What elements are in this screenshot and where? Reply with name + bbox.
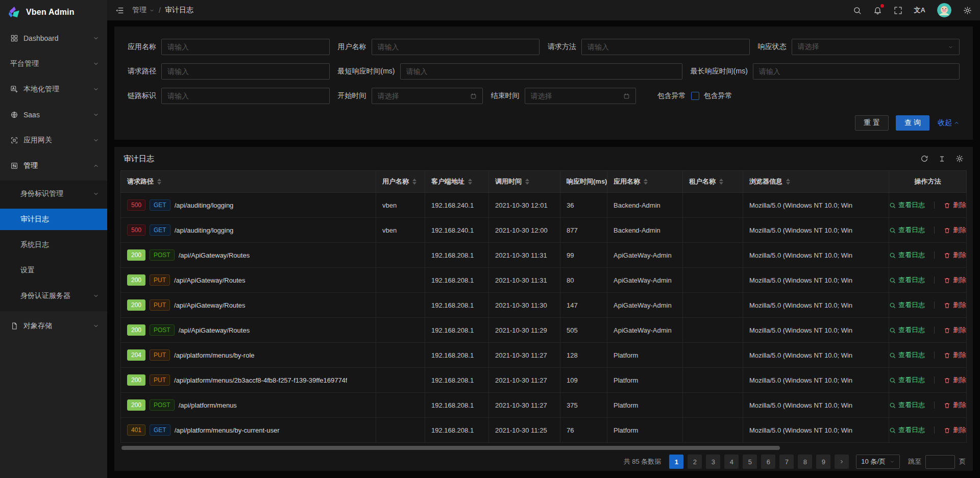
end-time-input[interactable] [531, 92, 619, 100]
page-button[interactable]: 3 [706, 455, 720, 469]
status-select[interactable]: 请选择 [792, 39, 960, 55]
view-log-link[interactable]: 查看日志 [889, 375, 925, 385]
page-button[interactable]: 9 [816, 455, 830, 469]
delete-link[interactable]: 删除 [944, 400, 966, 410]
page-button[interactable]: 8 [798, 455, 812, 469]
sidebar-item-platform-management[interactable]: 平台管理 [0, 53, 107, 74]
view-log-link[interactable]: 查看日志 [889, 400, 925, 410]
column-header[interactable]: 调用时间 [489, 171, 560, 193]
max-response-time-input[interactable] [753, 63, 960, 80]
avatar[interactable] [937, 3, 951, 17]
refresh-icon[interactable] [920, 155, 928, 163]
delete-link[interactable]: 删除 [944, 225, 966, 235]
view-log-link[interactable]: 查看日志 [889, 200, 925, 210]
query-button[interactable]: 查 询 [896, 115, 929, 131]
notification-bell-icon[interactable] [873, 6, 882, 15]
app-name-input[interactable] [161, 39, 330, 55]
sort-icon[interactable] [412, 179, 416, 185]
view-log-link[interactable]: 查看日志 [889, 350, 925, 360]
delete-link[interactable]: 删除 [944, 275, 966, 285]
row-height-icon[interactable] [938, 155, 946, 163]
column-header[interactable]: 浏览器信息 [743, 171, 889, 193]
breadcrumb-separator: / [159, 6, 161, 14]
sidebar-item-saas[interactable]: Saas [0, 104, 107, 125]
next-page-button[interactable] [835, 455, 849, 469]
delete-link[interactable]: 删除 [944, 375, 966, 385]
user-name-input[interactable] [372, 39, 540, 55]
min-response-time-input[interactable] [400, 63, 682, 80]
page-button[interactable]: 6 [761, 455, 775, 469]
sort-icon[interactable] [644, 179, 648, 185]
sidebar-item-management[interactable]: 管理 [0, 155, 107, 177]
fullscreen-icon[interactable] [894, 6, 902, 15]
page-button[interactable]: 1 [669, 455, 683, 469]
delete-link[interactable]: 删除 [944, 425, 966, 435]
page-button[interactable]: 7 [779, 455, 794, 469]
sort-icon[interactable] [525, 179, 529, 185]
form-row-3: 链路标识 开始时间 结束时间 [124, 88, 964, 104]
delete-link[interactable]: 删除 [944, 350, 966, 360]
view-log-link[interactable]: 查看日志 [889, 275, 925, 285]
menu-fold-icon[interactable] [115, 6, 124, 15]
breadcrumb-menu[interactable]: 管理 [132, 6, 146, 15]
settings-gear-icon[interactable] [963, 6, 972, 15]
sort-icon[interactable] [157, 179, 161, 185]
page-button[interactable]: 2 [688, 455, 702, 469]
view-log-link[interactable]: 查看日志 [889, 300, 925, 310]
exception-checkbox[interactable] [691, 92, 699, 100]
sidebar-item-audit-log[interactable]: 审计日志 [0, 209, 107, 230]
sort-icon[interactable] [719, 179, 723, 185]
view-log-link[interactable]: 查看日志 [889, 225, 925, 235]
view-log-link[interactable]: 查看日志 [889, 250, 925, 260]
view-log-link[interactable]: 查看日志 [889, 325, 925, 335]
sidebar-item-object-storage[interactable]: 对象存储 [0, 315, 107, 337]
sidebar-item-localization-management[interactable]: 本地化管理 [0, 79, 107, 100]
delete-link[interactable]: 删除 [944, 300, 966, 310]
request-path-input[interactable] [161, 63, 330, 80]
start-time-input[interactable] [378, 92, 466, 100]
field-label: 包含异常 [657, 91, 686, 100]
column-header[interactable]: 响应时间(ms) [560, 171, 607, 193]
delete-link[interactable]: 删除 [944, 325, 966, 335]
start-time-picker[interactable] [372, 88, 483, 104]
app-logo[interactable]: Vben Admin [0, 0, 107, 24]
jump-to-input[interactable] [925, 455, 955, 469]
breadcrumb: 管理 / 审计日志 [132, 6, 193, 15]
translate-icon[interactable]: 文A [914, 6, 925, 15]
trace-id-input[interactable] [161, 88, 330, 104]
main-area: 管理 / 审计日志 文A [107, 0, 980, 478]
sidebar-item-identity-management[interactable]: 身份标识管理 [0, 183, 107, 205]
collapse-link[interactable]: 收起 [938, 118, 960, 128]
delete-link[interactable]: 删除 [944, 250, 966, 260]
http-method-input[interactable] [581, 39, 750, 55]
page-size-select[interactable]: 10 条/页 [856, 455, 900, 469]
field-label: 应用名称 [128, 42, 156, 52]
column-header[interactable]: 租户名称 [683, 171, 743, 193]
column-header[interactable]: 用户名称 [376, 171, 425, 193]
end-time-picker[interactable] [525, 88, 636, 104]
column-header[interactable]: 客户端地址 [425, 171, 489, 193]
sidebar-item-dashboard[interactable]: Dashboard [0, 28, 107, 49]
cell-user [376, 318, 425, 343]
search-icon[interactable] [853, 6, 862, 15]
sidebar-item-auth-server[interactable]: 身份认证服务器 [0, 285, 107, 307]
sidebar-item-settings[interactable]: 设置 [0, 260, 107, 281]
sort-icon[interactable] [786, 179, 790, 185]
column-header[interactable]: 请求路径 [121, 171, 376, 193]
horizontal-scrollbar[interactable] [121, 446, 966, 450]
chevron-up-icon [93, 163, 99, 169]
sidebar-item-app-gateway[interactable]: 应用网关 [0, 130, 107, 151]
scrollbar-thumb[interactable] [121, 446, 780, 450]
chevron-down-icon [93, 35, 99, 41]
column-header[interactable]: 应用名称 [607, 171, 683, 193]
sidebar-item-system-log[interactable]: 系统日志 [0, 234, 107, 256]
page-button[interactable]: 4 [724, 455, 739, 469]
reset-button[interactable]: 重 置 [855, 115, 889, 131]
column-settings-icon[interactable] [955, 155, 964, 163]
view-log-link[interactable]: 查看日志 [889, 425, 925, 435]
delete-link[interactable]: 删除 [944, 200, 966, 210]
sort-icon[interactable] [468, 179, 472, 185]
page-button[interactable]: 5 [743, 455, 757, 469]
table-row: 200POST/api/ApiGateway/Routes192.168.208… [121, 243, 967, 268]
search-icon [889, 352, 896, 359]
